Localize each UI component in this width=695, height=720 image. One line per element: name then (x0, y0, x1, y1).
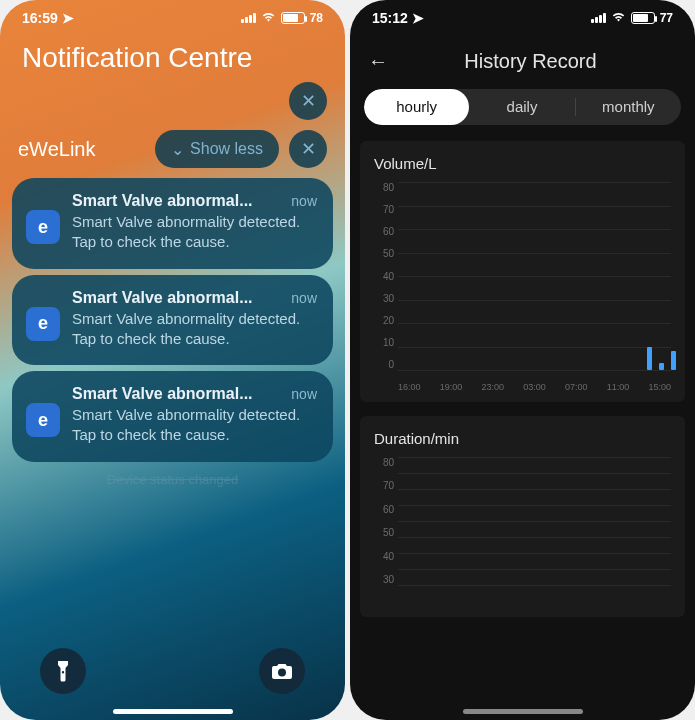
history-record-screen: 15:12 ➤ 77 ← History Record hourly daily… (350, 0, 695, 720)
bar (659, 363, 664, 370)
notification-card[interactable]: e Smart Valve abnormal... now Smart Valv… (12, 178, 333, 269)
notification-title: Smart Valve abnormal... (72, 289, 283, 307)
plot-area (398, 182, 671, 370)
close-button[interactable]: ✕ (289, 82, 327, 120)
tab-monthly[interactable]: monthly (576, 89, 681, 125)
y-tick: 80 (370, 182, 394, 193)
volume-panel: Volume/L 80 70 60 50 40 30 20 10 0 16:00… (360, 141, 685, 402)
y-tick: 10 (370, 337, 394, 348)
stacked-card-peek: Device status changed (12, 472, 333, 487)
notification-time: now (291, 386, 317, 402)
cell-signal-icon (241, 13, 256, 23)
status-bar: 16:59 ➤ 78 (0, 0, 345, 36)
range-segmented-control: hourly daily monthly (364, 89, 681, 125)
y-tick: 50 (370, 248, 394, 259)
y-axis: 80 70 60 50 40 30 20 10 0 (370, 182, 394, 370)
y-tick: 50 (370, 527, 394, 538)
notification-body: Smart Valve abnormality detected. Tap to… (72, 212, 317, 253)
lockscreen-notification-centre: 16:59 ➤ 78 Notification Centre ✕ eWeLink… (0, 0, 345, 720)
battery-pct: 77 (660, 11, 673, 25)
clear-group-button[interactable]: ✕ (289, 130, 327, 168)
status-right: 78 (241, 11, 323, 25)
duration-panel: Duration/min 80 70 60 50 40 30 (360, 416, 685, 617)
notification-card[interactable]: e Smart Valve abnormal... now Smart Valv… (12, 275, 333, 366)
battery-pct: 78 (310, 11, 323, 25)
show-less-label: Show less (190, 140, 263, 158)
notification-group-header: eWeLink ⌄ Show less ✕ (0, 130, 345, 178)
notification-time: now (291, 193, 317, 209)
x-axis: 16:00 19:00 23:00 03:00 07:00 11:00 15:0… (398, 382, 671, 392)
battery-icon (631, 12, 655, 24)
x-tick: 16:00 (398, 382, 421, 392)
home-indicator[interactable] (463, 709, 583, 714)
tab-hourly[interactable]: hourly (364, 89, 469, 125)
notification-body: Smart Valve abnormality detected. Tap to… (72, 405, 317, 446)
panel-title: Volume/L (370, 155, 675, 172)
y-tick: 60 (370, 226, 394, 237)
status-bar: 15:12 ➤ 77 (350, 0, 695, 36)
y-tick: 80 (370, 457, 394, 468)
app-name: eWeLink (18, 138, 145, 161)
torch-icon (54, 660, 72, 682)
notification-title: Smart Valve abnormal... (72, 192, 283, 210)
app-icon: e (26, 307, 60, 341)
bar (647, 347, 652, 371)
volume-chart: 80 70 60 50 40 30 20 10 0 16:00 19:00 23… (370, 182, 675, 392)
app-icon: e (26, 210, 60, 244)
battery-icon (281, 12, 305, 24)
y-tick: 30 (370, 574, 394, 585)
torch-button[interactable] (40, 648, 86, 694)
page-title: History Record (384, 50, 677, 73)
y-tick: 30 (370, 293, 394, 304)
y-tick: 40 (370, 551, 394, 562)
notification-body: Smart Valve abnormality detected. Tap to… (72, 309, 317, 350)
x-tick: 11:00 (607, 382, 630, 392)
camera-icon (271, 662, 293, 680)
plot-area (398, 457, 671, 585)
chevron-down-icon: ⌄ (171, 140, 184, 159)
notification-card[interactable]: e Smart Valve abnormal... now Smart Valv… (12, 371, 333, 462)
notification-list: e Smart Valve abnormal... now Smart Valv… (0, 178, 345, 487)
y-tick: 0 (370, 359, 394, 370)
page-title: Notification Centre (0, 36, 345, 82)
lockscreen-dock (0, 648, 345, 694)
show-less-button[interactable]: ⌄ Show less (155, 130, 279, 168)
bar (671, 351, 676, 370)
x-tick: 23:00 (481, 382, 504, 392)
y-tick: 40 (370, 271, 394, 282)
app-icon: e (26, 403, 60, 437)
wifi-icon (261, 11, 276, 25)
wifi-icon (611, 11, 626, 25)
x-tick: 03:00 (523, 382, 546, 392)
status-right: 77 (591, 11, 673, 25)
status-time: 16:59 ➤ (22, 10, 74, 26)
header: ← History Record (350, 36, 695, 89)
x-tick: 15:00 (648, 382, 671, 392)
y-tick: 60 (370, 504, 394, 515)
camera-button[interactable] (259, 648, 305, 694)
status-time: 15:12 ➤ (372, 10, 424, 26)
tab-daily[interactable]: daily (469, 89, 574, 125)
notification-time: now (291, 290, 317, 306)
home-indicator[interactable] (113, 709, 233, 714)
duration-chart: 80 70 60 50 40 30 (370, 457, 675, 607)
y-tick: 20 (370, 315, 394, 326)
y-tick: 70 (370, 480, 394, 491)
notification-title: Smart Valve abnormal... (72, 385, 283, 403)
y-tick: 70 (370, 204, 394, 215)
x-tick: 07:00 (565, 382, 588, 392)
panel-title: Duration/min (370, 430, 675, 447)
x-tick: 19:00 (440, 382, 463, 392)
cell-signal-icon (591, 13, 606, 23)
y-axis: 80 70 60 50 40 30 (370, 457, 394, 585)
